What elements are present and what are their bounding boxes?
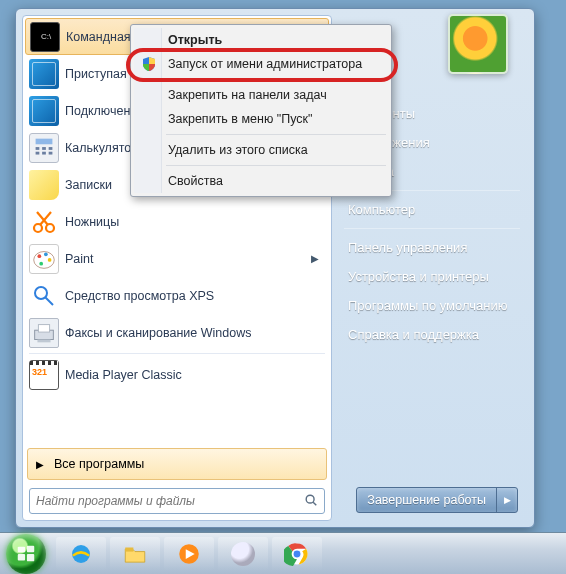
context-properties[interactable]: Свойства [134, 169, 388, 193]
svg-rect-25 [18, 554, 25, 560]
svg-rect-2 [42, 147, 46, 150]
xps-viewer-icon [29, 281, 59, 311]
mpc-icon [29, 360, 59, 390]
fax-scan-icon [29, 318, 59, 348]
program-label: Калькулятор [65, 141, 138, 155]
svg-rect-6 [49, 151, 53, 154]
search-input[interactable] [36, 494, 304, 508]
svg-rect-19 [38, 324, 49, 331]
getting-started-icon [29, 59, 59, 89]
uac-shield-icon [141, 56, 157, 72]
taskbar-ie[interactable] [56, 537, 106, 571]
taskbar [0, 532, 566, 574]
program-label: Средство просмотра XPS [65, 289, 214, 303]
right-pane-separator [344, 228, 520, 229]
program-item-xps-viewer[interactable]: Средство просмотра XPS [25, 277, 329, 314]
taskbar-generic[interactable] [218, 537, 268, 571]
program-separator [29, 353, 325, 354]
svg-rect-23 [18, 546, 25, 552]
svg-rect-3 [49, 147, 53, 150]
program-label: Факсы и сканирование Windows [65, 326, 251, 340]
right-pane-link[interactable]: Устройства и принтеры [342, 262, 522, 291]
svg-rect-20 [37, 339, 50, 342]
all-programs-button[interactable]: ▶ Все программы [27, 448, 327, 480]
triangle-right-icon: ▶ [36, 459, 44, 470]
program-label: Записки [65, 178, 112, 192]
svg-point-12 [37, 254, 41, 258]
right-pane-link[interactable]: Справка и поддержка [342, 320, 522, 349]
context-remove-label: Удалить из этого списка [168, 143, 308, 157]
context-properties-label: Свойства [168, 174, 223, 188]
wmp-icon [176, 541, 202, 567]
right-pane-link[interactable]: Программы по умолчанию [342, 291, 522, 320]
search-box[interactable] [29, 488, 325, 514]
context-separator [166, 134, 386, 135]
svg-rect-28 [125, 547, 133, 551]
program-item-mpc[interactable]: Media Player Classic [25, 356, 329, 393]
shutdown-options-arrow[interactable]: ▶ [497, 488, 517, 512]
program-item-fax-scan[interactable]: Факсы и сканирование Windows [25, 314, 329, 351]
context-pin-taskbar[interactable]: Закрепить на панели задач [134, 83, 388, 107]
user-picture[interactable] [448, 14, 508, 74]
search-icon [304, 493, 318, 510]
taskbar-wmp[interactable] [164, 537, 214, 571]
svg-point-14 [48, 258, 52, 262]
explorer-icon [122, 541, 148, 567]
calc-icon [29, 133, 59, 163]
context-open[interactable]: Открыть [134, 28, 388, 52]
svg-rect-1 [36, 147, 40, 150]
submenu-arrow-icon: ▶ [311, 253, 325, 264]
context-pin-taskbar-label: Закрепить на панели задач [168, 88, 327, 102]
right-pane-link[interactable]: Панель управления [342, 233, 522, 262]
all-programs-label: Все программы [54, 457, 144, 471]
taskbar-chrome[interactable] [272, 537, 322, 571]
cmd-icon [30, 22, 60, 52]
taskbar-explorer[interactable] [110, 537, 160, 571]
program-item-snipping-tool[interactable]: Ножницы [25, 203, 329, 240]
ie-icon [68, 541, 94, 567]
svg-rect-24 [27, 545, 34, 551]
paint-icon [29, 244, 59, 274]
context-menu: Открыть Запуск от имени администратора З… [130, 24, 392, 197]
context-separator [166, 165, 386, 166]
program-label: Media Player Classic [65, 368, 182, 382]
generic-app-icon [231, 542, 255, 566]
svg-point-21 [306, 495, 314, 503]
svg-rect-26 [27, 554, 34, 561]
start-orb[interactable] [6, 534, 46, 574]
svg-line-22 [313, 502, 316, 505]
svg-rect-0 [36, 138, 53, 144]
program-label: Paint [65, 252, 94, 266]
context-remove[interactable]: Удалить из этого списка [134, 138, 388, 162]
svg-point-15 [39, 261, 43, 265]
snipping-tool-icon [29, 207, 59, 237]
program-item-paint[interactable]: Paint▶ [25, 240, 329, 277]
rdp-icon [29, 96, 59, 126]
context-run-as-admin-label: Запуск от имени администратора [168, 57, 362, 71]
search-row [23, 482, 331, 520]
context-open-label: Открыть [168, 33, 222, 47]
sticky-notes-icon [29, 170, 59, 200]
context-pin-start-label: Закрепить в меню "Пуск" [168, 112, 312, 126]
program-label: Ножницы [65, 215, 119, 229]
svg-rect-5 [42, 151, 46, 154]
context-separator [166, 79, 386, 80]
right-pane-link[interactable]: Компьютер [342, 195, 522, 224]
context-run-as-admin[interactable]: Запуск от имени администратора [134, 52, 388, 76]
svg-line-17 [45, 297, 53, 305]
svg-point-13 [44, 252, 48, 256]
shutdown-label[interactable]: Завершение работы [357, 488, 497, 512]
context-pin-start[interactable]: Закрепить в меню "Пуск" [134, 107, 388, 131]
svg-rect-4 [36, 151, 40, 154]
chrome-icon [284, 541, 310, 567]
shutdown-button[interactable]: Завершение работы ▶ [356, 487, 518, 513]
